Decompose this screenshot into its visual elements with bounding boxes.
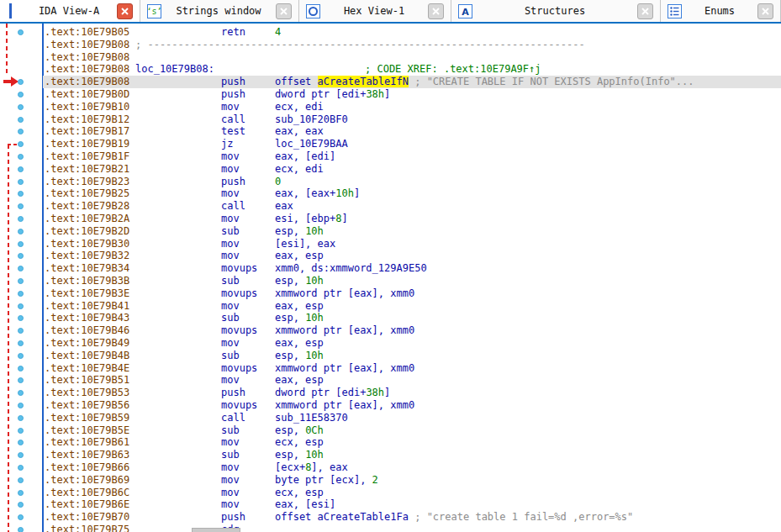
instruction-dot[interactable] <box>18 104 24 110</box>
listing-row[interactable]: .text:10E79B28calleax <box>45 200 781 213</box>
listing-row[interactable]: .text:10E79B0Dpushdword ptr [edi+38h] <box>45 88 781 101</box>
highlighted-string-name[interactable]: aCreateTableIfN <box>318 76 409 87</box>
listing-row[interactable]: .text:10E79B23push0 <box>45 176 781 188</box>
close-icon[interactable] <box>428 3 444 19</box>
listing-row[interactable]: .text:10E79B53pushdword ptr [edi+38h] <box>45 387 781 399</box>
listing-row[interactable]: .text:10E79B19jzloc_10E79BAA <box>45 138 781 150</box>
listing-row[interactable]: .text:10E79B61movecx, esp <box>45 436 781 449</box>
listing-row[interactable]: .text:10E79B41moveax, esp <box>45 300 781 313</box>
listing-row[interactable]: .text:10E79B21movecx, edi <box>45 163 781 176</box>
instruction-dot[interactable] <box>18 266 24 271</box>
instruction-dot[interactable] <box>18 166 24 172</box>
listing-row[interactable]: .text:10E79B30mov[esi], eax <box>45 238 781 250</box>
listing-row[interactable]: .text:10E79B2Amovesi, [ebp+8] <box>45 213 781 225</box>
mnemonic: movups <box>221 262 257 275</box>
instruction-dot[interactable] <box>18 203 24 209</box>
instruction-dot[interactable] <box>18 216 24 222</box>
instruction-dot[interactable] <box>18 514 24 520</box>
listing-row[interactable]: .text:10E79B3Emovupsxmmword ptr [eax], x… <box>45 287 781 300</box>
listing-row[interactable]: .text:10E79B08loc_10E79B08:; CODE XREF: … <box>45 63 781 76</box>
instruction-dot[interactable] <box>18 527 24 532</box>
instruction-dot[interactable] <box>18 278 24 284</box>
listing-row[interactable]: .text:10E79B5Esubesp, 0Ch <box>45 424 781 437</box>
instruction-dot[interactable] <box>18 191 24 197</box>
instruction-dot[interactable] <box>18 92 24 97</box>
listing-row[interactable]: .text:10E79B4Bsubesp, 10h <box>45 350 781 362</box>
listing-row[interactable]: .text:10E79B6Cmovecx, esp <box>45 487 781 499</box>
close-icon[interactable] <box>757 3 773 19</box>
listing-row[interactable]: .text:10E79B66mov[ecx+8], eax <box>45 461 781 474</box>
instruction-dot[interactable] <box>18 490 24 496</box>
listing-row[interactable]: .text:10E79B3Bsubesp, 10h <box>45 275 781 287</box>
listing-row[interactable]: .text:10E79B70pushoffset aCreateTable1Fa… <box>45 511 781 524</box>
listing-row[interactable]: .text:10E79B10movecx, edi <box>45 101 781 113</box>
instruction-dot[interactable] <box>18 303 24 309</box>
tab-ida-view-a[interactable]: IDA View-A <box>0 0 140 22</box>
tab-structures[interactable]: AStructures <box>451 0 661 22</box>
listing-row[interactable]: .text:10E79B49moveax, esp <box>45 337 781 350</box>
instruction-dot[interactable] <box>18 179 24 185</box>
instruction-dot[interactable] <box>18 377 24 383</box>
listing-row[interactable]: .text:10E79B63subesp, 10h <box>45 449 781 461</box>
listing-row[interactable]: .text:10E79B51moveax, esp <box>45 374 781 387</box>
close-icon[interactable] <box>637 3 653 19</box>
instruction-dot[interactable] <box>18 291 24 297</box>
instruction-dot[interactable] <box>18 403 24 408</box>
listing-row[interactable]: .text:10E79B4Emovupsxmmword ptr [eax], x… <box>45 362 781 375</box>
instruction-dot[interactable] <box>18 440 24 445</box>
instruction-dot[interactable] <box>18 29 24 35</box>
listing-row-current[interactable]: .text:10E79B08pushoffset aCreateTableIfN… <box>45 76 781 88</box>
instruction-dot[interactable] <box>18 390 24 396</box>
instruction-dot[interactable] <box>18 428 24 434</box>
instruction-dot[interactable] <box>18 353 24 359</box>
tab-enums[interactable]: Enums <box>661 0 781 22</box>
instruction-dot[interactable] <box>18 141 24 147</box>
instruction-dot[interactable] <box>18 129 24 134</box>
instruction-dot[interactable] <box>18 315 24 321</box>
listing-row[interactable]: .text:10E79B34movupsxmm0, ds:xmmword_129… <box>45 262 781 275</box>
horizontal-scrollbar-thumb[interactable] <box>192 528 240 532</box>
listing-row[interactable]: .text:10E79B05retn4 <box>45 26 781 39</box>
code-text: xmm0, ds:xmmword_129A9E50 <box>275 262 427 274</box>
instruction-dot[interactable] <box>18 229 24 234</box>
instruction-dot[interactable] <box>18 154 24 160</box>
listing-row[interactable]: .text:10E79B75cdq <box>45 524 781 532</box>
code-text: eax <box>275 200 293 212</box>
listing-row[interactable]: .text:10E79B25moveax, [eax+10h] <box>45 187 781 200</box>
listing-row[interactable]: .text:10E79B6Emoveax, [esi] <box>45 498 781 511</box>
instruction-dot[interactable] <box>18 452 24 458</box>
hex-icon <box>306 4 320 18</box>
tab-strings-window[interactable]: ‘s’Strings window <box>140 0 299 22</box>
listing-row[interactable]: .text:10E79B43subesp, 10h <box>45 312 781 324</box>
listing-row[interactable]: .text:10E79B2Dsubesp, 10h <box>45 225 781 238</box>
listing-row[interactable]: .text:10E79B08 <box>45 51 781 64</box>
instruction-dot[interactable] <box>18 328 24 334</box>
listing-row[interactable]: .text:10E79B59callsub_11E58370 <box>45 412 781 424</box>
instruction-dot[interactable] <box>18 502 24 508</box>
instruction-dot[interactable] <box>18 79 24 85</box>
instruction-dot[interactable] <box>18 415 24 421</box>
instruction-dot[interactable] <box>18 241 24 247</box>
outgoing-jump-line <box>8 145 9 532</box>
listing-row[interactable]: .text:10E79B1Fmoveax, [edi] <box>45 150 781 163</box>
listing-row[interactable]: .text:10E79B56movupsxmmword ptr [eax], x… <box>45 399 781 412</box>
instruction-dot[interactable] <box>18 366 24 371</box>
listing-row[interactable]: .text:10E79B32moveax, esp <box>45 250 781 262</box>
listing-row[interactable]: .text:10E79B69movbyte ptr [ecx], 2 <box>45 474 781 487</box>
listing-row[interactable]: .text:10E79B12callsub_10F20BF0 <box>45 113 781 126</box>
mnemonic: sub <box>221 225 240 238</box>
listing-row[interactable]: .text:10E79B46movupsxmmword ptr [eax], x… <box>45 324 781 337</box>
close-icon[interactable] <box>276 3 292 19</box>
disassembly-view[interactable]: .text:10E79B05retn4.text:10E79B08; -----… <box>0 24 781 532</box>
instruction-dot[interactable] <box>18 117 24 123</box>
instruction-dot[interactable] <box>18 465 24 471</box>
instruction-dot[interactable] <box>18 253 24 259</box>
tab-hex-view-1[interactable]: Hex View-1 <box>299 0 451 22</box>
code-text: ] <box>354 187 360 199</box>
listing-row[interactable]: .text:10E79B17testeax, eax <box>45 125 781 138</box>
close-icon[interactable] <box>117 3 133 19</box>
instruction-dot[interactable] <box>18 340 24 346</box>
listing-row[interactable]: .text:10E79B08; ------------------------… <box>45 39 781 51</box>
instruction-dot[interactable] <box>18 477 24 483</box>
mnemonic: movups <box>221 399 257 412</box>
